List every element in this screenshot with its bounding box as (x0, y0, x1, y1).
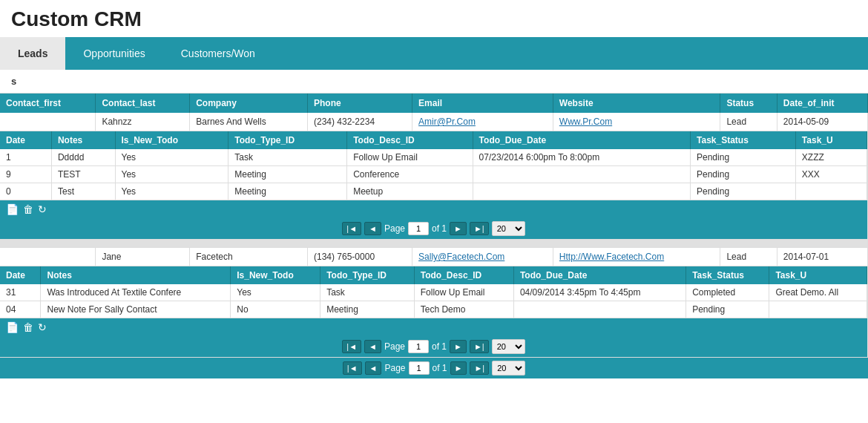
sub-next-btn[interactable]: ► (450, 340, 467, 353)
table-cell (0, 248, 96, 266)
table-cell: Jane (96, 248, 190, 266)
table-cell: 2014-05-09 (777, 113, 867, 131)
sub-table-cell: Yes (231, 284, 320, 301)
outer-first-page-btn[interactable]: |◄ (343, 361, 362, 375)
sub-pagination-bar: |◄ ◄ Page of 1 ► ►| 2050100 (0, 218, 867, 239)
table-cell: Lead (720, 248, 777, 266)
sub-table-cell: Tech Demo (414, 301, 513, 318)
sub-table-cell: 07/23/2014 6:00pm To 8:00pm (473, 149, 690, 166)
tab-customers-won[interactable]: Customers/Won (163, 37, 273, 70)
sub-next-btn[interactable]: ► (450, 222, 467, 235)
sub-per-page[interactable]: 2050100 (492, 221, 525, 236)
sub-table-cell: Pending (691, 166, 796, 183)
sub-table-cell: 9 (0, 166, 51, 183)
tab-opportunities[interactable]: Opportunities (65, 37, 162, 70)
sub-header-cell: Task_Status (686, 266, 769, 284)
main-table: Contact_first Contact_last Company Phone… (0, 94, 868, 358)
sub-table-cell: Follow Up Email (414, 284, 513, 301)
sub-table-cell: Meeting (228, 183, 347, 200)
leads-table-wrap: Contact_first Contact_last Company Phone… (0, 94, 868, 358)
sub-prev-btn[interactable]: ◄ (364, 222, 381, 235)
delete-icon[interactable]: 🗑 (23, 321, 33, 333)
sub-table-cell: Yes (115, 166, 228, 183)
sub-header-cell: Task_U (795, 131, 867, 149)
outer-per-page-select[interactable]: 20 50 100 (492, 361, 525, 376)
sub-header-cell: Is_New_Todo (231, 266, 320, 284)
sub-table-row: DateNotesIs_New_TodoTodo_Type_IDTodo_Des… (0, 266, 868, 358)
sub-header-cell: Todo_Desc_ID (347, 131, 473, 149)
header-date-of-init: Date_of_init (777, 94, 867, 113)
sub-table-header-row: DateNotesIs_New_TodoTodo_Type_IDTodo_Des… (0, 131, 867, 149)
sub-page-input[interactable] (408, 340, 429, 353)
sub-toolbar: 📄🗑↻ (0, 200, 867, 218)
sub-table-cell (795, 183, 867, 200)
list-item: 0TestYesMeetingMeetupPending (0, 183, 867, 200)
sub-table-cell: XXX (795, 166, 867, 183)
table-row: KahnzzBarnes And Wells(234) 432-2234Amir… (0, 113, 868, 131)
sub-table-cell: 31 (0, 284, 41, 301)
sub-header-cell: Todo_Due_Date (473, 131, 690, 149)
sub-first-btn[interactable]: |◄ (342, 222, 361, 235)
content-area: s Contact_first Contact_last Company Pho… (0, 70, 868, 386)
sub-of-label: of 1 (432, 341, 447, 352)
add-icon[interactable]: 📄 (6, 203, 19, 215)
table-row: JaneFacetech(134) 765-0000Sally@Facetech… (0, 248, 868, 266)
sub-table-cell: Great Demo. All (769, 284, 867, 301)
sub-table-cell: Meeting (320, 301, 415, 318)
sub-table-cell (513, 301, 685, 318)
sub-header-cell: Task_Status (691, 131, 796, 149)
sub-table: DateNotesIs_New_TodoTodo_Type_IDTodo_Des… (0, 266, 867, 318)
sub-table-cell (473, 183, 690, 200)
sub-table-cell: No (231, 301, 320, 318)
sub-table-row: DateNotesIs_New_TodoTodo_Type_IDTodo_Des… (0, 131, 868, 240)
main-table-header-row: Contact_first Contact_last Company Phone… (0, 94, 868, 113)
sub-header-cell: Notes (41, 266, 231, 284)
refresh-icon[interactable]: ↻ (38, 203, 47, 215)
header-company: Company (190, 94, 308, 113)
delete-icon[interactable]: 🗑 (23, 203, 33, 215)
sub-header-cell: Date (0, 266, 41, 284)
sub-header-cell: Task_U (769, 266, 867, 284)
tab-bar: Leads Opportunities Customers/Won (0, 37, 868, 70)
table-cell: 2014-07-01 (777, 248, 867, 266)
sub-page-label: Page (384, 223, 405, 234)
sub-page-input[interactable] (408, 222, 429, 235)
outer-last-page-btn[interactable]: ►| (470, 361, 489, 375)
sub-first-btn[interactable]: |◄ (342, 340, 361, 353)
table-cell (0, 113, 96, 131)
sub-table-cell: Completed (686, 284, 769, 301)
sub-pagination-bar: |◄ ◄ Page of 1 ► ►| 2050100 (0, 336, 867, 357)
outer-page-input[interactable] (409, 361, 430, 375)
sub-table-cell: Pending (691, 183, 796, 200)
outer-page-info: |◄ ◄ Page of 1 ► ►| 20 50 100 (343, 361, 525, 376)
sub-header-cell: Todo_Type_ID (228, 131, 347, 149)
table-cell: Amir@Pr.Com (412, 113, 553, 131)
sub-header-cell: Todo_Desc_ID (414, 266, 513, 284)
sub-header-cell: Todo_Type_ID (320, 266, 415, 284)
sub-header-cell: Is_New_Todo (115, 131, 228, 149)
sub-header-cell: Todo_Due_Date (513, 266, 685, 284)
sub-prev-btn[interactable]: ◄ (364, 340, 381, 353)
sub-table-cell: XZZZ (795, 149, 867, 166)
list-item: 04New Note For Sally ContactNoMeetingTec… (0, 301, 867, 318)
sub-table-cell (769, 301, 867, 318)
sub-table: DateNotesIs_New_TodoTodo_Type_IDTodo_Des… (0, 131, 867, 200)
list-item: 1DddddYesTaskFollow Up Email07/23/2014 6… (0, 149, 867, 166)
outer-next-page-btn[interactable]: ► (450, 361, 467, 375)
outer-prev-page-btn[interactable]: ◄ (365, 361, 382, 375)
sub-table-header-row: DateNotesIs_New_TodoTodo_Type_IDTodo_Des… (0, 266, 867, 284)
table-cell: Sally@Facetech.Com (412, 248, 553, 266)
section-title: s (0, 70, 868, 94)
sub-header-cell: Date (0, 131, 51, 149)
sub-table-cell: DateNotesIs_New_TodoTodo_Type_IDTodo_Des… (0, 266, 868, 358)
tab-leads[interactable]: Leads (0, 37, 65, 70)
header-website: Website (553, 94, 720, 113)
add-icon[interactable]: 📄 (6, 321, 19, 333)
sub-table-cell: Pending (686, 301, 769, 318)
sub-last-btn[interactable]: ►| (470, 340, 489, 353)
list-item: 31Was Introduced At Textile ConfereYesTa… (0, 284, 867, 301)
refresh-icon[interactable]: ↻ (38, 321, 47, 333)
sub-per-page[interactable]: 2050100 (492, 339, 525, 354)
sub-table-cell: TEST (51, 166, 115, 183)
sub-last-btn[interactable]: ►| (470, 222, 489, 235)
